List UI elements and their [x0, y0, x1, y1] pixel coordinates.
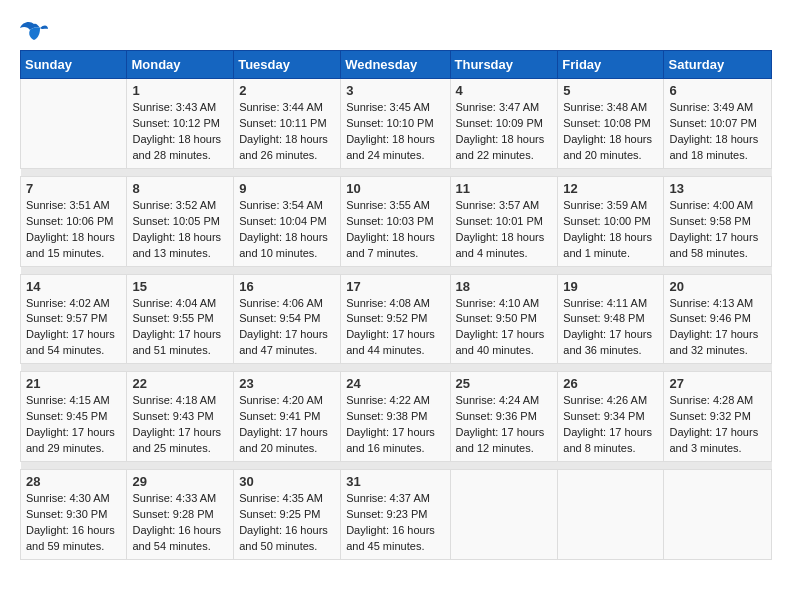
day-number: 10 — [346, 181, 444, 196]
cell-content: Sunrise: 4:35 AM Sunset: 9:25 PM Dayligh… — [239, 491, 335, 555]
calendar-cell: 12Sunrise: 3:59 AM Sunset: 10:00 PM Dayl… — [558, 176, 664, 266]
day-number: 5 — [563, 83, 658, 98]
calendar-cell: 17Sunrise: 4:08 AM Sunset: 9:52 PM Dayli… — [341, 274, 450, 364]
calendar-cell — [21, 79, 127, 169]
day-number: 18 — [456, 279, 553, 294]
calendar-cell: 31Sunrise: 4:37 AM Sunset: 9:23 PM Dayli… — [341, 470, 450, 560]
calendar-cell: 29Sunrise: 4:33 AM Sunset: 9:28 PM Dayli… — [127, 470, 234, 560]
day-header-friday: Friday — [558, 51, 664, 79]
cell-content: Sunrise: 3:52 AM Sunset: 10:05 PM Daylig… — [132, 198, 228, 262]
calendar-cell: 23Sunrise: 4:20 AM Sunset: 9:41 PM Dayli… — [234, 372, 341, 462]
cell-content: Sunrise: 4:00 AM Sunset: 9:58 PM Dayligh… — [669, 198, 766, 262]
calendar-cell: 19Sunrise: 4:11 AM Sunset: 9:48 PM Dayli… — [558, 274, 664, 364]
day-header-sunday: Sunday — [21, 51, 127, 79]
calendar-cell: 11Sunrise: 3:57 AM Sunset: 10:01 PM Dayl… — [450, 176, 558, 266]
cell-content: Sunrise: 3:44 AM Sunset: 10:11 PM Daylig… — [239, 100, 335, 164]
cell-content: Sunrise: 4:24 AM Sunset: 9:36 PM Dayligh… — [456, 393, 553, 457]
day-number: 9 — [239, 181, 335, 196]
cell-content: Sunrise: 4:30 AM Sunset: 9:30 PM Dayligh… — [26, 491, 121, 555]
cell-content: Sunrise: 4:18 AM Sunset: 9:43 PM Dayligh… — [132, 393, 228, 457]
day-number: 27 — [669, 376, 766, 391]
calendar-cell: 13Sunrise: 4:00 AM Sunset: 9:58 PM Dayli… — [664, 176, 772, 266]
calendar-cell — [664, 470, 772, 560]
day-number: 12 — [563, 181, 658, 196]
cell-content: Sunrise: 4:28 AM Sunset: 9:32 PM Dayligh… — [669, 393, 766, 457]
page-header — [20, 20, 772, 42]
cell-content: Sunrise: 3:47 AM Sunset: 10:09 PM Daylig… — [456, 100, 553, 164]
cell-content: Sunrise: 4:22 AM Sunset: 9:38 PM Dayligh… — [346, 393, 444, 457]
cell-content: Sunrise: 4:11 AM Sunset: 9:48 PM Dayligh… — [563, 296, 658, 360]
calendar-cell: 18Sunrise: 4:10 AM Sunset: 9:50 PM Dayli… — [450, 274, 558, 364]
row-separator — [21, 462, 772, 470]
calendar-cell: 20Sunrise: 4:13 AM Sunset: 9:46 PM Dayli… — [664, 274, 772, 364]
cell-content: Sunrise: 4:10 AM Sunset: 9:50 PM Dayligh… — [456, 296, 553, 360]
day-number: 14 — [26, 279, 121, 294]
cell-content: Sunrise: 3:43 AM Sunset: 10:12 PM Daylig… — [132, 100, 228, 164]
calendar-cell: 30Sunrise: 4:35 AM Sunset: 9:25 PM Dayli… — [234, 470, 341, 560]
day-number: 21 — [26, 376, 121, 391]
day-header-monday: Monday — [127, 51, 234, 79]
day-number: 2 — [239, 83, 335, 98]
cell-content: Sunrise: 4:37 AM Sunset: 9:23 PM Dayligh… — [346, 491, 444, 555]
cell-content: Sunrise: 3:54 AM Sunset: 10:04 PM Daylig… — [239, 198, 335, 262]
day-header-saturday: Saturday — [664, 51, 772, 79]
calendar-cell: 7Sunrise: 3:51 AM Sunset: 10:06 PM Dayli… — [21, 176, 127, 266]
calendar-cell: 28Sunrise: 4:30 AM Sunset: 9:30 PM Dayli… — [21, 470, 127, 560]
week-row-5: 28Sunrise: 4:30 AM Sunset: 9:30 PM Dayli… — [21, 470, 772, 560]
day-number: 8 — [132, 181, 228, 196]
week-row-3: 14Sunrise: 4:02 AM Sunset: 9:57 PM Dayli… — [21, 274, 772, 364]
calendar-table: SundayMondayTuesdayWednesdayThursdayFrid… — [20, 50, 772, 560]
calendar-cell: 15Sunrise: 4:04 AM Sunset: 9:55 PM Dayli… — [127, 274, 234, 364]
cell-content: Sunrise: 4:02 AM Sunset: 9:57 PM Dayligh… — [26, 296, 121, 360]
day-number: 1 — [132, 83, 228, 98]
day-number: 24 — [346, 376, 444, 391]
day-number: 19 — [563, 279, 658, 294]
cell-content: Sunrise: 4:26 AM Sunset: 9:34 PM Dayligh… — [563, 393, 658, 457]
day-number: 23 — [239, 376, 335, 391]
day-header-wednesday: Wednesday — [341, 51, 450, 79]
day-number: 20 — [669, 279, 766, 294]
calendar-cell: 16Sunrise: 4:06 AM Sunset: 9:54 PM Dayli… — [234, 274, 341, 364]
calendar-cell: 21Sunrise: 4:15 AM Sunset: 9:45 PM Dayli… — [21, 372, 127, 462]
cell-content: Sunrise: 4:08 AM Sunset: 9:52 PM Dayligh… — [346, 296, 444, 360]
day-number: 4 — [456, 83, 553, 98]
cell-content: Sunrise: 3:57 AM Sunset: 10:01 PM Daylig… — [456, 198, 553, 262]
cell-content: Sunrise: 4:20 AM Sunset: 9:41 PM Dayligh… — [239, 393, 335, 457]
day-number: 6 — [669, 83, 766, 98]
calendar-cell: 9Sunrise: 3:54 AM Sunset: 10:04 PM Dayli… — [234, 176, 341, 266]
cell-content: Sunrise: 3:49 AM Sunset: 10:07 PM Daylig… — [669, 100, 766, 164]
calendar-cell: 25Sunrise: 4:24 AM Sunset: 9:36 PM Dayli… — [450, 372, 558, 462]
calendar-cell: 27Sunrise: 4:28 AM Sunset: 9:32 PM Dayli… — [664, 372, 772, 462]
calendar-cell: 1Sunrise: 3:43 AM Sunset: 10:12 PM Dayli… — [127, 79, 234, 169]
day-number: 25 — [456, 376, 553, 391]
day-number: 26 — [563, 376, 658, 391]
calendar-cell: 24Sunrise: 4:22 AM Sunset: 9:38 PM Dayli… — [341, 372, 450, 462]
day-number: 7 — [26, 181, 121, 196]
day-number: 3 — [346, 83, 444, 98]
day-number: 16 — [239, 279, 335, 294]
week-row-1: 1Sunrise: 3:43 AM Sunset: 10:12 PM Dayli… — [21, 79, 772, 169]
day-number: 22 — [132, 376, 228, 391]
day-number: 31 — [346, 474, 444, 489]
row-separator — [21, 364, 772, 372]
calendar-cell: 5Sunrise: 3:48 AM Sunset: 10:08 PM Dayli… — [558, 79, 664, 169]
day-number: 30 — [239, 474, 335, 489]
separator-cell — [21, 364, 772, 372]
calendar-cell: 8Sunrise: 3:52 AM Sunset: 10:05 PM Dayli… — [127, 176, 234, 266]
day-number: 29 — [132, 474, 228, 489]
cell-content: Sunrise: 4:15 AM Sunset: 9:45 PM Dayligh… — [26, 393, 121, 457]
calendar-cell — [558, 470, 664, 560]
calendar-cell: 14Sunrise: 4:02 AM Sunset: 9:57 PM Dayli… — [21, 274, 127, 364]
cell-content: Sunrise: 3:51 AM Sunset: 10:06 PM Daylig… — [26, 198, 121, 262]
row-separator — [21, 168, 772, 176]
week-row-2: 7Sunrise: 3:51 AM Sunset: 10:06 PM Dayli… — [21, 176, 772, 266]
separator-cell — [21, 168, 772, 176]
day-header-thursday: Thursday — [450, 51, 558, 79]
cell-content: Sunrise: 4:13 AM Sunset: 9:46 PM Dayligh… — [669, 296, 766, 360]
calendar-cell: 26Sunrise: 4:26 AM Sunset: 9:34 PM Dayli… — [558, 372, 664, 462]
day-number: 11 — [456, 181, 553, 196]
cell-content: Sunrise: 3:48 AM Sunset: 10:08 PM Daylig… — [563, 100, 658, 164]
day-number: 17 — [346, 279, 444, 294]
separator-cell — [21, 462, 772, 470]
row-separator — [21, 266, 772, 274]
